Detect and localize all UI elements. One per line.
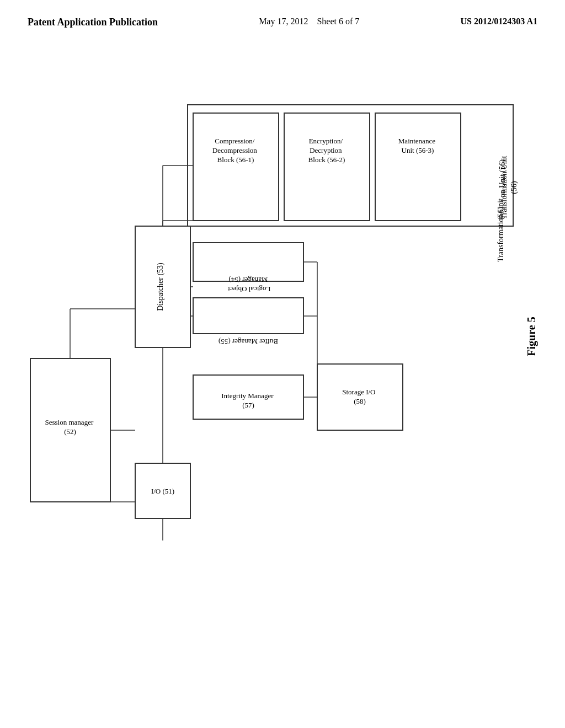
buffer-manager-box: [193, 298, 303, 334]
page-header: Patent Application Publication May 17, 2…: [0, 0, 565, 28]
svg-text:Transformation Unit: Transformation Unit: [500, 156, 508, 219]
svg-text:I/O (51): I/O (51): [151, 487, 174, 495]
header-patent-number: US 2012/0124303 A1: [460, 17, 537, 26]
svg-text:Dispatcher (53): Dispatcher (53): [156, 263, 165, 311]
header-publication-label: Patent Application Publication: [28, 17, 158, 28]
header-date-sheet: May 17, 2012 Sheet 6 of 7: [259, 17, 359, 26]
svg-text:Buffer Manager (55): Buffer Manager (55): [218, 338, 278, 346]
svg-text:Encryption/
    Decryption
   : Encryption/ Decryption Block (56-2): [308, 137, 345, 164]
compression-block-box: [193, 113, 279, 221]
encryption-block-box: [284, 113, 370, 221]
svg-text:Logical Object
      Manager (: Logical Object Manager (54): [226, 276, 271, 293]
figure-label: Figure 5: [525, 317, 538, 356]
svg-text:Compression/
    Decompression: Compression/ Decompression Block (56-1): [212, 137, 259, 164]
maintenance-unit-box: [375, 113, 461, 221]
diagram-svg: Figure 5 Transformation Unit (56) Transf…: [0, 88, 565, 717]
svg-text:(56): (56): [510, 181, 519, 194]
logical-object-manager-box: [193, 243, 303, 281]
